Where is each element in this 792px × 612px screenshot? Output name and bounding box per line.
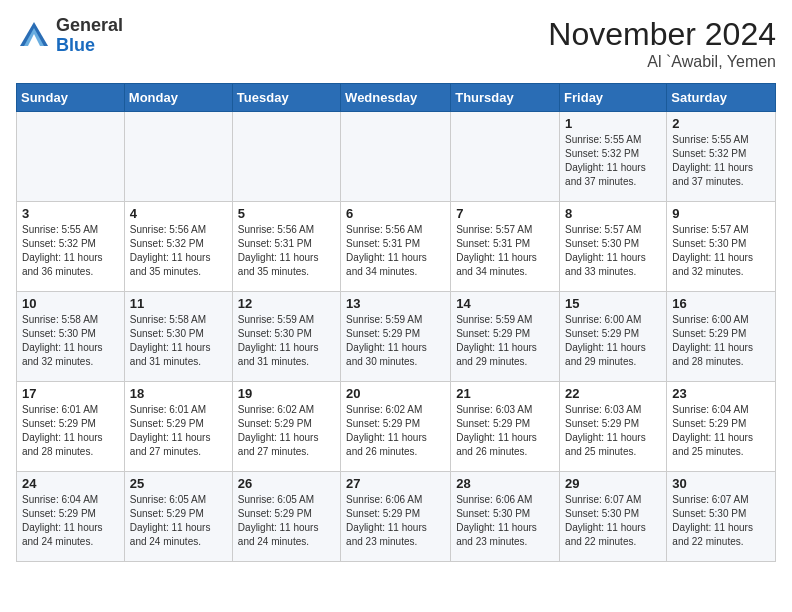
calendar-week-5: 24Sunrise: 6:04 AM Sunset: 5:29 PM Dayli… [17,472,776,562]
day-number: 8 [565,206,661,221]
calendar-body: 1Sunrise: 5:55 AM Sunset: 5:32 PM Daylig… [17,112,776,562]
month-year: November 2024 [548,16,776,53]
calendar-day-13: 13Sunrise: 5:59 AM Sunset: 5:29 PM Dayli… [341,292,451,382]
weekday-tuesday: Tuesday [232,84,340,112]
day-info: Sunrise: 6:04 AM Sunset: 5:29 PM Dayligh… [22,493,119,549]
day-info: Sunrise: 5:57 AM Sunset: 5:30 PM Dayligh… [565,223,661,279]
calendar-day-11: 11Sunrise: 5:58 AM Sunset: 5:30 PM Dayli… [124,292,232,382]
weekday-friday: Friday [560,84,667,112]
calendar-day-22: 22Sunrise: 6:03 AM Sunset: 5:29 PM Dayli… [560,382,667,472]
weekday-sunday: Sunday [17,84,125,112]
calendar-day-12: 12Sunrise: 5:59 AM Sunset: 5:30 PM Dayli… [232,292,340,382]
calendar-empty [341,112,451,202]
day-info: Sunrise: 5:57 AM Sunset: 5:30 PM Dayligh… [672,223,770,279]
logo-text: General Blue [56,16,123,56]
location: Al `Awabil, Yemen [548,53,776,71]
calendar-day-6: 6Sunrise: 5:56 AM Sunset: 5:31 PM Daylig… [341,202,451,292]
calendar-day-19: 19Sunrise: 6:02 AM Sunset: 5:29 PM Dayli… [232,382,340,472]
day-info: Sunrise: 6:01 AM Sunset: 5:29 PM Dayligh… [22,403,119,459]
weekday-wednesday: Wednesday [341,84,451,112]
day-info: Sunrise: 5:56 AM Sunset: 5:32 PM Dayligh… [130,223,227,279]
calendar-day-29: 29Sunrise: 6:07 AM Sunset: 5:30 PM Dayli… [560,472,667,562]
day-number: 27 [346,476,445,491]
day-number: 4 [130,206,227,221]
calendar-day-2: 2Sunrise: 5:55 AM Sunset: 5:32 PM Daylig… [667,112,776,202]
day-info: Sunrise: 5:59 AM Sunset: 5:29 PM Dayligh… [346,313,445,369]
logo: General Blue [16,16,123,56]
calendar-day-15: 15Sunrise: 6:00 AM Sunset: 5:29 PM Dayli… [560,292,667,382]
calendar-day-4: 4Sunrise: 5:56 AM Sunset: 5:32 PM Daylig… [124,202,232,292]
day-number: 3 [22,206,119,221]
day-number: 12 [238,296,335,311]
calendar-empty [232,112,340,202]
day-number: 26 [238,476,335,491]
day-info: Sunrise: 5:55 AM Sunset: 5:32 PM Dayligh… [672,133,770,189]
day-info: Sunrise: 6:05 AM Sunset: 5:29 PM Dayligh… [130,493,227,549]
day-number: 19 [238,386,335,401]
day-info: Sunrise: 6:04 AM Sunset: 5:29 PM Dayligh… [672,403,770,459]
day-info: Sunrise: 6:03 AM Sunset: 5:29 PM Dayligh… [456,403,554,459]
calendar-week-3: 10Sunrise: 5:58 AM Sunset: 5:30 PM Dayli… [17,292,776,382]
calendar-day-9: 9Sunrise: 5:57 AM Sunset: 5:30 PM Daylig… [667,202,776,292]
day-info: Sunrise: 5:59 AM Sunset: 5:29 PM Dayligh… [456,313,554,369]
calendar-day-18: 18Sunrise: 6:01 AM Sunset: 5:29 PM Dayli… [124,382,232,472]
day-info: Sunrise: 5:58 AM Sunset: 5:30 PM Dayligh… [22,313,119,369]
day-number: 7 [456,206,554,221]
calendar-day-14: 14Sunrise: 5:59 AM Sunset: 5:29 PM Dayli… [451,292,560,382]
calendar-day-27: 27Sunrise: 6:06 AM Sunset: 5:29 PM Dayli… [341,472,451,562]
calendar-table: SundayMondayTuesdayWednesdayThursdayFrid… [16,83,776,562]
day-info: Sunrise: 6:06 AM Sunset: 5:29 PM Dayligh… [346,493,445,549]
day-number: 25 [130,476,227,491]
day-number: 29 [565,476,661,491]
page-header: General Blue November 2024 Al `Awabil, Y… [16,16,776,71]
day-info: Sunrise: 5:56 AM Sunset: 5:31 PM Dayligh… [346,223,445,279]
day-info: Sunrise: 6:00 AM Sunset: 5:29 PM Dayligh… [672,313,770,369]
calendar-day-1: 1Sunrise: 5:55 AM Sunset: 5:32 PM Daylig… [560,112,667,202]
day-number: 28 [456,476,554,491]
logo-icon [16,18,52,54]
day-number: 21 [456,386,554,401]
day-info: Sunrise: 6:07 AM Sunset: 5:30 PM Dayligh… [672,493,770,549]
day-number: 20 [346,386,445,401]
day-info: Sunrise: 5:59 AM Sunset: 5:30 PM Dayligh… [238,313,335,369]
calendar-day-10: 10Sunrise: 5:58 AM Sunset: 5:30 PM Dayli… [17,292,125,382]
calendar-day-23: 23Sunrise: 6:04 AM Sunset: 5:29 PM Dayli… [667,382,776,472]
day-number: 23 [672,386,770,401]
calendar-day-28: 28Sunrise: 6:06 AM Sunset: 5:30 PM Dayli… [451,472,560,562]
calendar-day-16: 16Sunrise: 6:00 AM Sunset: 5:29 PM Dayli… [667,292,776,382]
calendar-week-2: 3Sunrise: 5:55 AM Sunset: 5:32 PM Daylig… [17,202,776,292]
calendar-empty [124,112,232,202]
calendar-header: SundayMondayTuesdayWednesdayThursdayFrid… [17,84,776,112]
calendar-day-8: 8Sunrise: 5:57 AM Sunset: 5:30 PM Daylig… [560,202,667,292]
calendar-day-7: 7Sunrise: 5:57 AM Sunset: 5:31 PM Daylig… [451,202,560,292]
calendar-day-30: 30Sunrise: 6:07 AM Sunset: 5:30 PM Dayli… [667,472,776,562]
day-info: Sunrise: 6:05 AM Sunset: 5:29 PM Dayligh… [238,493,335,549]
day-info: Sunrise: 5:55 AM Sunset: 5:32 PM Dayligh… [22,223,119,279]
day-info: Sunrise: 6:02 AM Sunset: 5:29 PM Dayligh… [346,403,445,459]
day-info: Sunrise: 6:00 AM Sunset: 5:29 PM Dayligh… [565,313,661,369]
day-number: 24 [22,476,119,491]
day-number: 2 [672,116,770,131]
day-number: 16 [672,296,770,311]
day-number: 10 [22,296,119,311]
day-number: 9 [672,206,770,221]
day-info: Sunrise: 6:03 AM Sunset: 5:29 PM Dayligh… [565,403,661,459]
day-info: Sunrise: 5:56 AM Sunset: 5:31 PM Dayligh… [238,223,335,279]
day-number: 14 [456,296,554,311]
day-number: 1 [565,116,661,131]
day-info: Sunrise: 5:57 AM Sunset: 5:31 PM Dayligh… [456,223,554,279]
calendar-day-25: 25Sunrise: 6:05 AM Sunset: 5:29 PM Dayli… [124,472,232,562]
day-number: 22 [565,386,661,401]
day-number: 13 [346,296,445,311]
weekday-header-row: SundayMondayTuesdayWednesdayThursdayFrid… [17,84,776,112]
calendar-day-17: 17Sunrise: 6:01 AM Sunset: 5:29 PM Dayli… [17,382,125,472]
day-info: Sunrise: 6:01 AM Sunset: 5:29 PM Dayligh… [130,403,227,459]
calendar-empty [17,112,125,202]
day-number: 15 [565,296,661,311]
day-info: Sunrise: 6:02 AM Sunset: 5:29 PM Dayligh… [238,403,335,459]
weekday-saturday: Saturday [667,84,776,112]
day-number: 5 [238,206,335,221]
calendar-day-5: 5Sunrise: 5:56 AM Sunset: 5:31 PM Daylig… [232,202,340,292]
calendar-day-3: 3Sunrise: 5:55 AM Sunset: 5:32 PM Daylig… [17,202,125,292]
title-block: November 2024 Al `Awabil, Yemen [548,16,776,71]
